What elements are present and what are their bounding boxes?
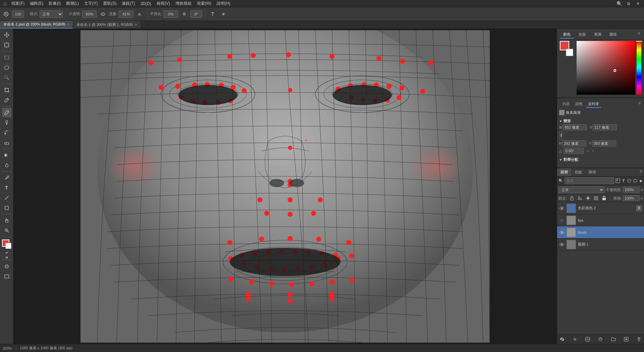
smoothing-input[interactable] xyxy=(163,10,178,18)
layer-link-btn[interactable] xyxy=(558,336,566,343)
layer-visibility-color-fill[interactable] xyxy=(559,206,565,211)
align-title[interactable]: 對齊分配 xyxy=(559,157,642,163)
channels-tab[interactable]: 色版 xyxy=(575,31,589,39)
mode-select[interactable]: 正常 xyxy=(40,10,63,18)
width-input[interactable] xyxy=(563,124,587,130)
angle-input[interactable] xyxy=(564,148,584,154)
swatches-tab[interactable]: 漸層 xyxy=(591,31,605,39)
clone-stamp-tool[interactable] xyxy=(2,118,11,127)
smoothing-settings-btn[interactable]: ⚙ xyxy=(179,9,189,19)
symmetry-btn[interactable] xyxy=(208,9,217,19)
layers-tab-paths[interactable]: 路徑 xyxy=(585,168,599,176)
menu-filter[interactable]: 濾鏡(T) xyxy=(119,0,138,7)
layer-smart-filter[interactable] xyxy=(633,177,638,184)
layer-item-lips[interactable]: lips xyxy=(557,214,644,226)
color-gradient-box[interactable] xyxy=(577,41,635,95)
quick-select-tool[interactable] xyxy=(2,73,11,82)
angle-input[interactable] xyxy=(190,10,202,18)
flip-v-btn[interactable]: ↕ xyxy=(592,148,594,153)
select-rect-tool[interactable] xyxy=(2,53,11,62)
window-resize-icon[interactable]: ⧉ xyxy=(624,0,633,8)
layer-add-btn[interactable] xyxy=(623,336,630,343)
menu-image[interactable]: 影像(I) xyxy=(46,0,63,7)
tab-1[interactable]: 未命名-1.psd @ 200% (blush, RGB/8) ✕ xyxy=(0,21,73,29)
layer-item-color-fill[interactable]: 色彩填色 2 8 xyxy=(557,202,644,214)
menu-layer[interactable]: 圖層(L) xyxy=(63,0,82,7)
layer-visibility-blush[interactable] xyxy=(559,230,565,235)
layer-text-filter[interactable]: T xyxy=(622,177,626,184)
pressure-opacity-btn[interactable] xyxy=(98,9,108,19)
menu-3d[interactable]: 3D(D) xyxy=(138,1,154,7)
layer-mode-select[interactable]: 正常 xyxy=(558,186,604,193)
text-tool[interactable]: T xyxy=(2,183,11,192)
transform-title[interactable]: 變形 xyxy=(559,118,642,124)
layer-kind-filter[interactable] xyxy=(615,177,620,184)
path-select-tool[interactable] xyxy=(2,193,11,203)
history-brush-tool[interactable] xyxy=(2,128,11,137)
styles-tab[interactable]: 資料庫 xyxy=(586,101,601,108)
menu-view[interactable]: 檢視(V) xyxy=(154,0,173,7)
layer-delete-btn[interactable] xyxy=(635,336,643,343)
x-input[interactable] xyxy=(593,124,617,130)
menu-file[interactable]: 檔案(F) xyxy=(9,0,27,7)
pressure-flow-btn[interactable] xyxy=(135,9,144,19)
menu-plugins[interactable]: 增效模組 xyxy=(173,0,194,7)
eyedropper-tool[interactable] xyxy=(2,95,11,105)
flip-h-btn[interactable]: ↔ xyxy=(586,148,590,153)
opacity-dropdown[interactable]: ▾ xyxy=(641,188,643,192)
menu-help[interactable]: 說明(H) xyxy=(214,0,233,7)
menu-edit[interactable]: 編輯(E) xyxy=(27,0,46,7)
brush-size-input[interactable] xyxy=(12,10,24,18)
lock-position-btn[interactable] xyxy=(585,195,591,201)
menu-type[interactable]: 文字(Y) xyxy=(82,0,100,7)
pen-tool[interactable] xyxy=(2,173,11,182)
tab-1-close[interactable]: ✕ xyxy=(67,23,69,26)
fill-input[interactable] xyxy=(623,195,640,201)
tab-2[interactable]: 未命名-1 @ 300% (圖層 1, RGB/8) ✕ xyxy=(73,21,141,29)
chain-link[interactable] xyxy=(559,131,563,139)
panel-menu-btn[interactable]: ≡ xyxy=(636,31,641,39)
lasso-tool[interactable] xyxy=(2,63,11,72)
menu-select[interactable]: 選取(S) xyxy=(100,0,119,7)
extra-btn[interactable]: ✳ xyxy=(219,9,228,19)
layer-adjust-filter[interactable] xyxy=(627,177,632,184)
lock-image-btn[interactable] xyxy=(577,195,583,201)
layer-search-input[interactable] xyxy=(565,177,614,184)
move-tool[interactable] xyxy=(2,30,11,40)
artboard-tool[interactable] xyxy=(2,40,11,50)
layer-fx-btn[interactable]: fx xyxy=(571,336,579,343)
height-input[interactable] xyxy=(562,140,586,146)
lock-artboard-btn[interactable] xyxy=(593,195,599,201)
app-home-btn[interactable]: ⌂ xyxy=(1,1,9,7)
patterns-tab[interactable]: 圖樣 xyxy=(606,31,620,39)
color-tab[interactable]: 顏色 xyxy=(560,31,574,39)
layers-panel-menu[interactable]: ≡ xyxy=(638,168,644,176)
canvas-content[interactable] xyxy=(13,29,557,344)
screen-mode-btn[interactable] xyxy=(2,272,11,281)
panel-options-btn[interactable]: ≡ xyxy=(638,101,641,108)
y-input[interactable] xyxy=(592,140,616,146)
menu-window[interactable]: 視窗(W) xyxy=(194,0,214,7)
layer-item-layer1[interactable]: 圖層 1 xyxy=(557,238,644,251)
lock-transparent-btn[interactable] xyxy=(569,195,575,201)
brush-tool[interactable] xyxy=(2,108,11,117)
search-icon[interactable]: 🔍 xyxy=(614,0,624,8)
layer-visibility-layer1[interactable] xyxy=(559,242,565,247)
shape-tool[interactable] xyxy=(2,203,11,213)
flow-input[interactable] xyxy=(119,10,133,18)
layer-adjustment-btn[interactable] xyxy=(597,336,604,343)
default-colors-btn[interactable]: ◪ xyxy=(5,255,8,259)
layer-filter-toggle[interactable]: ● xyxy=(639,177,643,184)
zoom-tool[interactable] xyxy=(2,226,11,235)
tab-2-close[interactable]: ✕ xyxy=(135,23,137,27)
layers-tab-channels[interactable]: 色版 xyxy=(571,168,585,176)
gradient-tool[interactable] xyxy=(2,150,11,160)
opacity-input[interactable] xyxy=(82,10,97,18)
layer-mask-btn[interactable] xyxy=(584,336,591,343)
color-hue-bar[interactable] xyxy=(637,41,641,95)
foreground-color[interactable] xyxy=(2,239,11,249)
layer-group-btn[interactable] xyxy=(610,336,617,343)
content-tab[interactable]: 內容 xyxy=(560,101,572,108)
dodge-tool[interactable] xyxy=(2,161,11,170)
layer-visibility-lips[interactable] xyxy=(559,218,565,223)
